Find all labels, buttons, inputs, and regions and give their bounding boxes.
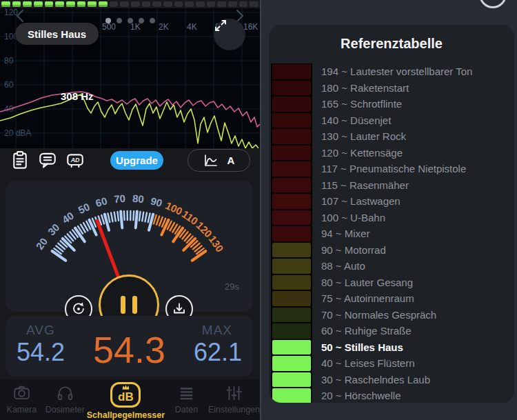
level-swatch-column xyxy=(271,339,312,356)
row-label: 88 ~ Auto xyxy=(321,258,365,274)
chevron-left-icon[interactable] xyxy=(15,8,25,23)
download-icon xyxy=(171,301,187,317)
progress-segment xyxy=(1,1,10,7)
table-row: 194 ~ Lautester vorstellbarer Ton xyxy=(271,63,509,80)
max-value: 62.1 xyxy=(194,338,242,367)
level-color-swatch xyxy=(272,226,311,241)
progress-segment xyxy=(131,1,140,7)
tab-bar: Kamera Dosimeter dB Schallpegelmesser xyxy=(0,379,260,420)
level-swatch-column xyxy=(271,226,312,242)
row-label: 80 ~ Lauter Gesang xyxy=(321,274,413,291)
level-color-swatch xyxy=(272,275,311,290)
progress-segment xyxy=(66,1,75,7)
frequency-weighting-button[interactable]: A xyxy=(187,149,250,172)
page-dot[interactable] xyxy=(105,18,111,23)
row-label: 117 ~ Pneumatische Nietpistole xyxy=(321,161,466,177)
row-label: 60 ~ Ruhige Straße xyxy=(321,323,412,339)
table-row: 40 ~ Leises Flüstern xyxy=(271,355,509,372)
svg-text:500: 500 xyxy=(102,22,116,32)
spectrum-chart[interactable]: 12010080604020 dBA5001K2K4K8K16K Stilles… xyxy=(0,8,260,148)
level-color-swatch xyxy=(272,129,311,144)
svg-text:60: 60 xyxy=(4,80,14,90)
row-label: 75 ~ Autoinnenraum xyxy=(321,290,414,307)
row-label: 130 ~ Lauter Rock xyxy=(321,128,406,145)
stats-card: AVG 54.2 54.3 MAX 62.1 xyxy=(6,316,253,377)
partial-close-button[interactable] xyxy=(479,0,507,8)
tab-daten[interactable]: Daten xyxy=(165,379,208,420)
page-dot[interactable] xyxy=(139,18,144,23)
remove-ads-icon[interactable]: AD xyxy=(65,150,85,170)
environment-label-pill: Stilles Haus xyxy=(15,23,99,45)
level-swatch-column xyxy=(271,388,312,403)
progress-segment xyxy=(77,1,86,7)
reference-table-card: Referenztabelle 194 ~ Lautester vorstell… xyxy=(269,25,514,403)
tab-label: Kamera xyxy=(7,405,37,414)
table-row: 120 ~ Kettensäge xyxy=(271,145,509,161)
level-color-swatch xyxy=(272,259,311,274)
level-color-swatch xyxy=(272,388,311,403)
progress-segment xyxy=(45,1,54,7)
level-swatch-column xyxy=(271,323,312,339)
svg-text:80: 80 xyxy=(4,56,14,66)
row-label: 165 ~ Schrotflinte xyxy=(321,96,402,112)
recording-progress-bar xyxy=(1,1,258,7)
camera-icon xyxy=(12,384,31,402)
row-label: 40 ~ Leises Flüstern xyxy=(321,355,415,372)
upgrade-button[interactable]: Upgrade xyxy=(110,151,163,170)
table-row: 94 ~ Mixer xyxy=(271,226,509,242)
headphones-icon xyxy=(56,384,74,402)
reference-table-title: Referenztabelle xyxy=(269,36,514,52)
svg-text:60: 60 xyxy=(94,194,109,209)
tab-schallpegelmesser[interactable]: dB Schallpegelmesser xyxy=(87,379,165,420)
level-swatch-column xyxy=(271,128,312,145)
elapsed-time: 29s xyxy=(225,281,239,292)
progress-segment xyxy=(88,1,97,7)
svg-text:AD: AD xyxy=(70,157,80,163)
table-row: 100 ~ U-Bahn xyxy=(271,210,509,226)
level-color-swatch xyxy=(272,340,311,355)
toolbar: AD Upgrade A xyxy=(0,148,260,181)
level-swatch-column xyxy=(271,80,312,97)
row-label: 107 ~ Lastwagen xyxy=(321,193,401,210)
level-color-swatch xyxy=(272,243,311,258)
page-dot[interactable] xyxy=(150,18,155,23)
svg-text:4K: 4K xyxy=(187,22,197,32)
row-label: 20 ~ Hörschwelle xyxy=(321,388,401,403)
tab-kamera[interactable]: Kamera xyxy=(0,379,43,420)
svg-text:90: 90 xyxy=(150,194,164,209)
row-label: 70 ~ Normales Gespräch xyxy=(321,307,436,323)
sliders-icon xyxy=(225,384,243,402)
svg-text:40: 40 xyxy=(60,210,76,226)
db-meter-icon: dB xyxy=(110,382,141,408)
progress-segment xyxy=(239,1,248,7)
level-swatch-column xyxy=(271,145,312,161)
svg-text:1K: 1K xyxy=(130,22,141,32)
feedback-chat-icon[interactable] xyxy=(38,150,57,170)
table-row: 70 ~ Normales Gespräch xyxy=(271,307,509,323)
tab-label: Einstellungen xyxy=(208,405,260,414)
table-row: 180 ~ Raketenstart xyxy=(271,80,509,97)
table-row: 30 ~ Raschelndes Laub xyxy=(271,372,509,388)
progress-segment xyxy=(23,1,32,7)
report-clipboard-icon[interactable] xyxy=(10,150,30,170)
tab-label: Schallpegelmesser xyxy=(87,410,165,420)
page-dot[interactable] xyxy=(116,18,122,23)
progress-segment xyxy=(250,1,258,7)
tab-einstellungen[interactable]: Einstellungen xyxy=(208,379,260,420)
progress-segment xyxy=(142,1,151,7)
level-color-swatch xyxy=(272,97,311,112)
table-row: 80 ~ Lauter Gesang xyxy=(271,274,509,291)
table-row: 90 ~ Motorrad xyxy=(271,242,509,259)
level-swatch-column xyxy=(271,307,312,323)
row-label: 180 ~ Raketenstart xyxy=(321,80,409,97)
progress-segment xyxy=(196,1,205,7)
page-dot[interactable] xyxy=(128,18,133,23)
level-swatch-column xyxy=(271,63,312,80)
progress-segment xyxy=(217,1,226,7)
tab-dosimeter[interactable]: Dosimeter xyxy=(43,379,87,420)
tab-label: Dosimeter xyxy=(45,405,85,414)
level-swatch-column xyxy=(271,355,312,372)
progress-segment xyxy=(55,1,64,7)
level-swatch-column xyxy=(271,258,312,274)
expand-chart-button[interactable] xyxy=(214,19,245,50)
